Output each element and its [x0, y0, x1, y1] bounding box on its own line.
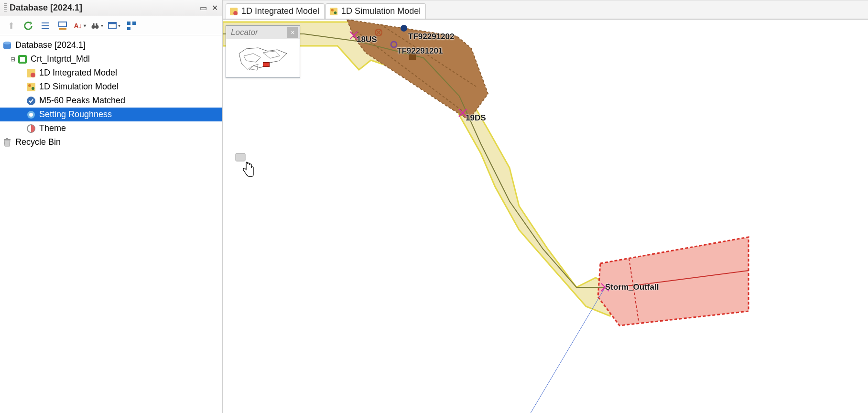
simulation-model-icon [26, 82, 36, 92]
locator-title: Locator [231, 28, 258, 37]
map-svg [223, 20, 868, 413]
svg-point-33 [331, 9, 334, 11]
svg-rect-0 [42, 22, 49, 23]
node-label-19ds: 19DS [466, 113, 486, 123]
tab-bar: 1D Integrated Model 1D Simulation Model [223, 0, 868, 20]
svg-rect-14 [127, 27, 130, 30]
selection-list-icon [26, 109, 36, 120]
blocks-icon[interactable] [125, 20, 138, 32]
svg-rect-28 [4, 139, 11, 140]
panel-title: Database [2024.1] [10, 3, 197, 13]
svg-point-24 [27, 97, 35, 105]
node-blue-1[interactable] [401, 25, 407, 32]
tree-item-label: 1D Simulation Model [39, 82, 119, 92]
outfall-red [598, 237, 749, 326]
locator-close-icon[interactable]: × [287, 27, 298, 38]
theme-icon [26, 123, 36, 134]
svg-rect-21 [27, 83, 35, 91]
integrated-model-icon [26, 68, 36, 78]
map-panel: 1D Integrated Model 1D Simulation Model [223, 0, 868, 413]
svg-rect-9 [96, 23, 98, 25]
node-label-tf02: TF92291202 [408, 32, 454, 42]
refresh-icon[interactable] [22, 20, 34, 32]
svg-point-22 [28, 84, 31, 87]
tab-label: 1D Simulation Model [341, 6, 421, 16]
svg-point-16 [3, 42, 11, 44]
tab-simulation[interactable]: 1D Simulation Model [326, 3, 426, 19]
box-icon[interactable] [56, 20, 69, 32]
tree-group-label: Crt_Intgrtd_Mdl [31, 54, 90, 64]
svg-point-31 [233, 11, 238, 15]
map-canvas[interactable]: 18US TF92291202 TF92291201 19DS Storm_Ou… [223, 20, 868, 413]
svg-rect-13 [132, 22, 136, 25]
svg-rect-3 [59, 22, 66, 27]
tree-item-peaks[interactable]: M5-60 Peaks Matched [0, 94, 222, 108]
node-label-18us: 18US [357, 35, 377, 44]
svg-rect-7 [94, 26, 97, 27]
svg-rect-2 [42, 28, 49, 29]
panel-toolbar: ⬆ A↓ [0, 16, 222, 35]
drag-ghost-icon [236, 153, 245, 161]
tree-item-label: 1D Integrated Model [39, 68, 117, 78]
window-icon[interactable] [108, 20, 120, 32]
svg-point-34 [334, 11, 336, 14]
svg-rect-1 [42, 25, 49, 26]
svg-rect-12 [127, 22, 130, 25]
database-panel: Database [2024.1] ▭ ✕ ⬆ A↓ [0, 0, 223, 413]
locator-header[interactable]: Locator × [226, 26, 300, 39]
collapse-icon[interactable]: ⊟ [10, 56, 16, 63]
svg-rect-8 [93, 23, 95, 25]
svg-point-23 [32, 87, 34, 90]
locator-window[interactable]: Locator × [226, 25, 300, 78]
locator-body[interactable] [226, 39, 300, 77]
restore-icon[interactable]: ▭ [198, 3, 208, 13]
tree-item-integrated[interactable]: 1D Integrated Model [0, 66, 222, 80]
tree-recycle[interactable]: Recycle Bin [0, 135, 222, 149]
close-icon[interactable]: ✕ [209, 3, 220, 13]
database-tree[interactable]: Database [2024.1] ⊟ Crt_Intgrtd_Mdl 1D I… [0, 35, 222, 413]
tree-item-label: M5-60 Peaks Matched [39, 96, 125, 106]
svg-point-20 [31, 73, 35, 77]
panel-titlebar: Database [2024.1] ▭ ✕ [0, 0, 222, 16]
tree-item-theme[interactable]: Theme [0, 121, 222, 135]
tree-root-label: Database [2024.1] [15, 40, 86, 50]
recycle-bin-icon [2, 137, 12, 148]
tree-item-label: Theme [39, 123, 66, 133]
grip-icon [4, 3, 7, 13]
simulation-model-icon [329, 7, 338, 16]
tree-group[interactable]: ⊟ Crt_Intgrtd_Mdl [0, 52, 222, 66]
tree-item-label: Setting Roughness [39, 109, 112, 120]
svg-rect-18 [20, 57, 25, 62]
node-label-outfall: Storm_Outfall [605, 283, 659, 292]
binoculars-icon[interactable] [91, 20, 103, 32]
list-icon[interactable] [39, 20, 52, 32]
sort-az-icon[interactable]: A↓ [74, 20, 86, 32]
tab-integrated[interactable]: 1D Integrated Model [226, 3, 325, 19]
model-group-icon [17, 54, 28, 65]
tree-recycle-label: Recycle Bin [15, 137, 61, 147]
tab-label: 1D Integrated Model [241, 6, 319, 16]
tree-root[interactable]: Database [2024.1] [0, 38, 222, 52]
integrated-model-icon [229, 7, 239, 16]
database-icon [2, 40, 12, 51]
svg-rect-4 [59, 28, 66, 30]
tree-item-simulation[interactable]: 1D Simulation Model [0, 80, 222, 94]
rain-gauge-icon [26, 96, 36, 106]
svg-rect-32 [330, 7, 337, 15]
svg-point-26 [29, 113, 33, 117]
svg-rect-11 [108, 22, 116, 24]
svg-rect-29 [6, 138, 8, 139]
up-arrow-icon[interactable]: ⬆ [5, 20, 17, 32]
locator-minimap [234, 44, 292, 73]
locator-viewport-icon [263, 62, 270, 67]
node-label-tf01: TF92291201 [397, 46, 443, 56]
tree-item-roughness[interactable]: Setting Roughness [0, 108, 222, 121]
